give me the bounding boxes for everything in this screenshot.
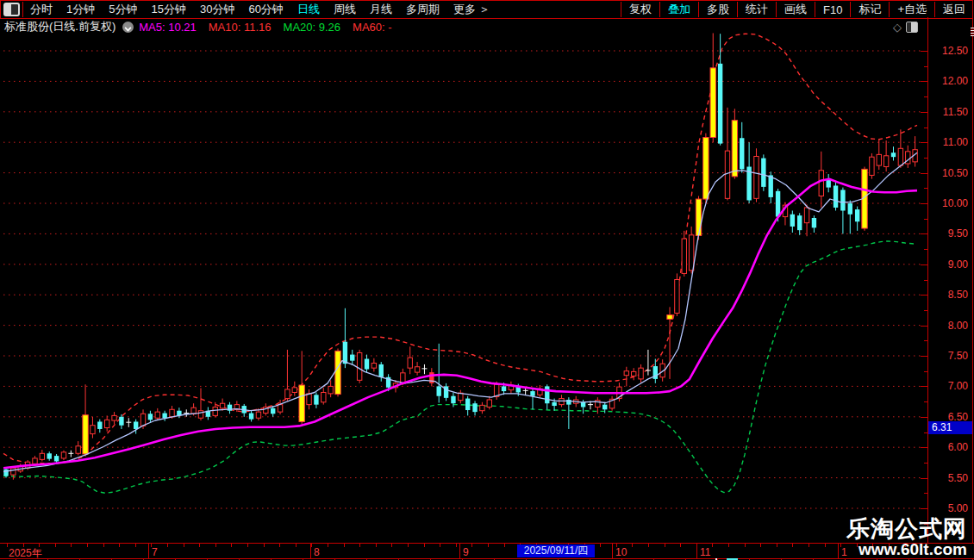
y-tick <box>921 173 928 174</box>
period-tab-日线[interactable]: 日线 <box>290 3 327 16</box>
candle-up <box>415 367 419 372</box>
candle-up <box>883 156 888 167</box>
candle-up <box>104 420 109 427</box>
candle-down <box>530 391 534 396</box>
y-minor-tick <box>924 249 928 250</box>
price-chart[interactable] <box>0 31 927 543</box>
month-gridline <box>459 544 460 558</box>
candle-down <box>812 218 816 227</box>
tool-button-叠加[interactable]: 叠加 <box>660 2 698 17</box>
candle-up <box>357 352 361 380</box>
watermark-site-name: 乐淘公式网 <box>846 517 967 541</box>
candle-down <box>365 359 369 370</box>
tool-button-标记[interactable]: 标记 <box>851 2 889 17</box>
y-tick <box>921 447 928 448</box>
week-tick <box>55 544 56 547</box>
y-tick-label: 10.00 <box>942 197 968 209</box>
period-tab-30分钟[interactable]: 30分钟 <box>193 3 241 16</box>
y-minor-tick <box>924 463 928 464</box>
candle-down <box>603 405 607 410</box>
candle-up <box>754 156 759 198</box>
week-tick <box>231 544 232 547</box>
tool-button-F10[interactable]: F10 <box>815 3 850 16</box>
week-tick <box>296 544 297 547</box>
candle-highlight <box>703 138 709 200</box>
candle-down <box>379 364 384 377</box>
candle-down <box>148 414 153 420</box>
candle-highlight <box>696 199 701 235</box>
y-tick-label: 6.00 <box>948 441 968 453</box>
period-tab-15分钟[interactable]: 15分钟 <box>144 3 192 16</box>
candle-down <box>3 470 8 476</box>
candle-up <box>220 403 224 408</box>
tool-button-复权[interactable]: 复权 <box>621 2 659 17</box>
candle-down <box>162 414 166 419</box>
candle-up <box>322 392 326 401</box>
candle-up <box>877 154 881 165</box>
candle-up <box>155 412 159 418</box>
candle-down <box>249 414 253 420</box>
month-gridline <box>612 544 613 558</box>
week-tick <box>777 544 777 547</box>
period-tab-5分钟[interactable]: 5分钟 <box>102 3 144 16</box>
week-tick <box>728 544 729 547</box>
period-tab-60分钟[interactable]: 60分钟 <box>241 3 290 16</box>
week-tick <box>648 544 649 547</box>
y-tick-label: 10.50 <box>942 167 968 179</box>
tool-button-画线[interactable]: 画线 <box>777 2 815 17</box>
week-tick <box>247 544 248 547</box>
period-tab-更多 ＞[interactable]: 更多 ＞ <box>446 3 497 16</box>
week-tick <box>712 544 713 547</box>
week-tick <box>665 544 665 547</box>
y-minor-tick <box>924 96 928 97</box>
y-tick <box>921 326 928 327</box>
period-tab-分时[interactable]: 分时 <box>23 3 59 16</box>
period-tab-月线[interactable]: 月线 <box>363 3 399 16</box>
week-tick <box>424 544 425 547</box>
tool-button-多股[interactable]: 多股 <box>699 2 737 17</box>
period-tab-周线[interactable]: 周线 <box>327 3 363 16</box>
candle-down <box>761 159 765 187</box>
y-tick <box>921 386 928 387</box>
y-tick <box>921 112 928 113</box>
x-month-label: 10 <box>615 546 627 558</box>
period-tab-1分钟[interactable]: 1分钟 <box>59 3 102 16</box>
week-tick <box>408 544 409 547</box>
y-minor-tick <box>924 158 928 159</box>
candle-down <box>54 456 59 461</box>
candle-down <box>848 203 852 215</box>
watermark-site-url: www.60lt.com <box>846 541 967 558</box>
candle-down <box>350 355 354 361</box>
week-tick <box>71 544 72 547</box>
date-axis: 2025年78910111 <box>0 543 974 559</box>
candle-up <box>819 171 823 196</box>
candle-down <box>797 215 802 230</box>
y-tick <box>921 203 928 204</box>
y-minor-tick <box>924 310 928 311</box>
period-tab-多周期[interactable]: 多周期 <box>399 3 446 16</box>
y-tick-label: 7.50 <box>948 350 968 362</box>
candle-highlight <box>299 385 304 421</box>
candle-up <box>559 399 564 405</box>
week-tick <box>616 544 617 547</box>
week-tick <box>840 544 841 547</box>
y-tick <box>921 264 928 265</box>
week-tick <box>279 544 280 547</box>
candle-up <box>213 407 217 415</box>
panel-layout-icon[interactable] <box>3 3 20 16</box>
week-tick <box>39 544 40 547</box>
candle-down <box>472 403 477 412</box>
y-tick-label: 8.50 <box>948 289 968 301</box>
candle-down <box>47 453 52 458</box>
week-tick <box>119 544 120 547</box>
watermark: 乐淘公式网 www.60lt.com <box>846 517 967 558</box>
candle-up <box>61 452 66 458</box>
candle-down <box>465 399 470 410</box>
y-tick-label: 5.50 <box>948 472 968 484</box>
candle-down <box>437 386 441 395</box>
y-tick <box>921 417 928 418</box>
y-minor-tick <box>924 280 928 281</box>
week-tick <box>103 544 104 547</box>
candle-up <box>408 358 412 368</box>
tool-button-统计[interactable]: 统计 <box>738 2 776 17</box>
